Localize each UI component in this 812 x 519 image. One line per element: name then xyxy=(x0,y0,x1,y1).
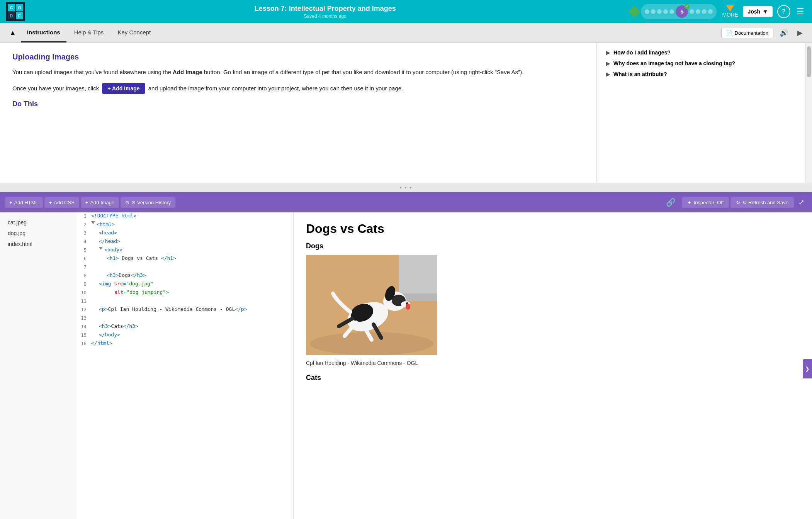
code-line-13: 13 xyxy=(77,314,293,323)
documentation-label: Documentation xyxy=(735,30,768,36)
add-html-button[interactable]: + Add HTML xyxy=(5,197,43,208)
line-num-5: 5 xyxy=(77,247,91,254)
instructions-title: Uploading Images xyxy=(12,53,584,61)
tab-help[interactable]: Help & Tips xyxy=(68,23,110,42)
collapse-triangle-5[interactable] xyxy=(99,247,103,250)
audio-button[interactable]: 🔊 xyxy=(776,27,791,39)
logo-e: E xyxy=(16,12,23,19)
line-num-12: 12 xyxy=(77,306,91,314)
faq-arrow-1: ▶ xyxy=(606,49,610,56)
collapse-triangle-2[interactable] xyxy=(91,221,95,224)
progress-bar: 5 MORE xyxy=(630,4,738,19)
faq-arrow-3: ▶ xyxy=(606,71,610,77)
code-line-16: 16 </html> xyxy=(77,340,293,348)
line-content-9[interactable]: <img src="dog.jpg" xyxy=(99,281,293,288)
fullscreen-button[interactable]: ⤢ xyxy=(795,197,807,208)
add-css-icon: + xyxy=(49,200,52,205)
tab-instructions[interactable]: Instructions xyxy=(21,23,66,42)
tab-back-arrow[interactable]: ▲ xyxy=(6,23,19,42)
editor-area: cat.jpeg dog.jpg index.html 1 <!DOCTYPE … xyxy=(0,212,812,519)
file-item-dog[interactable]: dog.jpg xyxy=(6,228,71,239)
file-panel: cat.jpeg dog.jpg index.html xyxy=(0,212,77,519)
instructions-text-2a: Once you have your images, click xyxy=(12,85,100,92)
refresh-icon: ↻ xyxy=(736,200,740,205)
link-button[interactable]: 🔗 xyxy=(661,196,680,209)
tab-help-label: Help & Tips xyxy=(74,29,104,36)
play-button[interactable]: ▶ xyxy=(794,27,806,39)
instructions-paragraph1: You can upload images that you've found … xyxy=(12,68,584,77)
editor-toolbar: + Add HTML + Add CSS + Add Image ⊙ ⊙ Ver… xyxy=(0,192,812,212)
file-item-cat[interactable]: cat.jpeg xyxy=(6,217,71,228)
dot-5[interactable] xyxy=(669,9,674,14)
faq-text-3[interactable]: What is an attribute? xyxy=(613,71,667,77)
indent-14 xyxy=(91,323,99,331)
line-num-15: 15 xyxy=(77,332,91,339)
line-content-6[interactable]: <h1> Dogs vs Cats </h1> xyxy=(107,255,293,263)
refresh-save-button[interactable]: ↻ ↻ Refresh and Save xyxy=(730,197,794,208)
scrollbar[interactable] xyxy=(805,43,812,183)
dot-4[interactable] xyxy=(663,9,668,14)
line-content-8[interactable]: <h3>Dogs</h3> xyxy=(107,272,293,280)
faq-item-2: ▶ Why does an image tag not have a closi… xyxy=(606,60,796,66)
add-image-inline-button[interactable]: + Add Image xyxy=(102,83,145,94)
help-button[interactable]: ? xyxy=(777,5,790,18)
add-html-icon: + xyxy=(9,200,12,205)
line-num-3: 3 xyxy=(77,230,91,237)
progress-dots: 5 xyxy=(641,4,717,19)
scroll-thumb[interactable] xyxy=(807,46,811,77)
hamburger-menu-button[interactable]: ☰ xyxy=(795,5,806,18)
faq-text-1[interactable]: How do I add images? xyxy=(613,49,671,56)
code-line-3: 3 <head> xyxy=(77,229,293,238)
diamond-icon xyxy=(629,5,640,17)
code-line-2: 2 <html> xyxy=(77,221,293,229)
dot-1[interactable] xyxy=(645,9,649,14)
indent-10 xyxy=(91,289,114,297)
indent-15 xyxy=(91,332,99,339)
version-history-button[interactable]: ⊙ ⊙ Version History xyxy=(121,197,175,208)
preview-panel: Dogs vs Cats Dogs xyxy=(294,212,812,519)
dot-2[interactable] xyxy=(651,9,656,14)
add-image-button[interactable]: + Add Image xyxy=(81,197,119,208)
dot-8[interactable] xyxy=(696,9,700,14)
resize-handle[interactable]: • • • xyxy=(0,183,812,192)
dot-3[interactable] xyxy=(657,9,662,14)
faq-item-3: ▶ What is an attribute? xyxy=(606,71,796,77)
logo[interactable]: C O D E xyxy=(6,2,25,21)
line-content-4[interactable]: </head> xyxy=(99,238,293,246)
dot-7[interactable] xyxy=(690,9,694,14)
line-content-3[interactable]: <head> xyxy=(99,230,293,237)
inspector-icon: ✦ xyxy=(687,200,691,205)
code-line-6: 6 <h1> Dogs vs Cats </h1> xyxy=(77,255,293,263)
more-button[interactable]: MORE xyxy=(722,5,738,18)
add-html-label: Add HTML xyxy=(14,200,38,205)
faq-text-2[interactable]: Why does an image tag not have a closing… xyxy=(613,60,735,66)
documentation-button[interactable]: 📄 Documentation xyxy=(721,28,773,38)
tab-key-concept[interactable]: Key Concept xyxy=(111,23,157,42)
line-content-2[interactable]: <html> xyxy=(97,221,293,229)
line-content-16[interactable]: </html> xyxy=(91,340,293,348)
add-css-button[interactable]: + Add CSS xyxy=(44,197,79,208)
line-content-1[interactable]: <!DOCTYPE html> xyxy=(91,213,293,220)
more-triangle-icon xyxy=(726,5,734,12)
line-content-14[interactable]: <h3>Cats</h3> xyxy=(99,323,293,331)
code-line-8: 8 <h3>Dogs</h3> xyxy=(77,272,293,280)
svg-point-11 xyxy=(406,304,410,310)
line-content-15[interactable]: </body> xyxy=(99,332,293,339)
collapse-preview-tab[interactable]: ❯ xyxy=(803,359,812,378)
dot-current[interactable]: 5 xyxy=(676,5,688,18)
indent-3 xyxy=(91,230,99,237)
file-item-index[interactable]: index.html xyxy=(6,239,71,249)
inspector-button[interactable]: ✦ Inspector: Off xyxy=(682,197,729,208)
line-content-10[interactable]: alt="dog jumping"> xyxy=(114,289,293,297)
line-num-16: 16 xyxy=(77,340,91,348)
add-image-label: Add Image xyxy=(90,200,114,205)
line-content-5[interactable]: <body> xyxy=(104,247,293,254)
line-content-12[interactable]: <p>Cpl Ian Houlding - Wikimedia Commons … xyxy=(99,306,293,314)
tab-bar: ▲ Instructions Help & Tips Key Concept 📄… xyxy=(0,23,812,43)
dot-10[interactable] xyxy=(708,9,713,14)
indent-8 xyxy=(91,272,107,280)
user-menu-button[interactable]: Josh ▼ xyxy=(743,6,773,17)
code-line-1: 1 <!DOCTYPE html> xyxy=(77,212,293,221)
chevron-right-icon: ❯ xyxy=(805,366,810,372)
dot-9[interactable] xyxy=(702,9,707,14)
